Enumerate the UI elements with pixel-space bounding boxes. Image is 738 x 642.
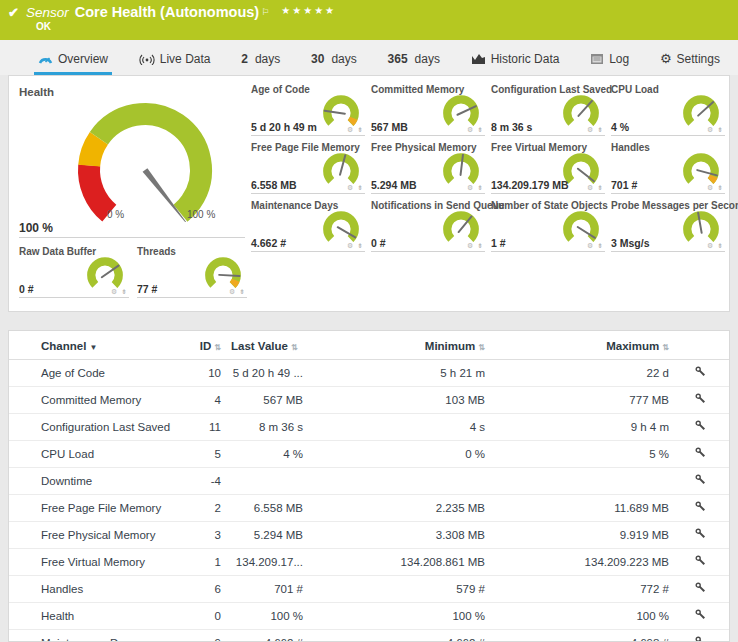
cell-minimum: 103 MB	[303, 387, 485, 414]
cell-channel[interactable]: CPU Load	[9, 441, 181, 468]
cell-maximum: 9 h 4 m	[485, 414, 669, 441]
wrench-icon[interactable]	[695, 556, 706, 568]
cell-channel[interactable]: Free Virtual Memory	[9, 549, 181, 576]
tile-free-physical-memory[interactable]: Free Physical Memory5.294 MB⚙ ⇟	[371, 142, 485, 194]
wrench-icon[interactable]	[695, 529, 706, 541]
channel-settings-button[interactable]	[669, 630, 730, 642]
column-header-settings	[669, 331, 730, 360]
tile-free-virtual-memory[interactable]: Free Virtual Memory134.209.179 MB⚙ ⇟	[491, 142, 605, 194]
gear-icon[interactable]: ⚙	[111, 288, 118, 295]
pin-icon[interactable]: ⇟	[717, 126, 724, 133]
pin-icon[interactable]: ⇟	[357, 242, 364, 249]
log-icon	[590, 53, 604, 65]
pin-icon[interactable]: ⇟	[239, 288, 246, 295]
gear-icon[interactable]: ⚙	[587, 242, 594, 249]
wrench-icon[interactable]	[695, 367, 706, 379]
priority-stars[interactable]: ★★★★★	[281, 5, 336, 16]
cell-channel[interactable]: Maintenance Days	[9, 630, 181, 642]
wrench-icon[interactable]	[695, 448, 706, 460]
flag-icon[interactable]: ⚐	[261, 7, 269, 17]
gear-icon[interactable]: ⚙	[467, 242, 474, 249]
tile-committed-memory[interactable]: Committed Memory567 MB⚙ ⇟	[371, 84, 485, 136]
wrench-icon[interactable]	[695, 610, 706, 622]
wrench-icon[interactable]	[695, 502, 706, 514]
tile-cpu-load[interactable]: CPU Load4 %⚙ ⇟	[611, 84, 725, 136]
tile-number-of-state-objects[interactable]: Number of State Objects1 #⚙ ⇟	[491, 200, 605, 252]
tile-notifications-in-send-queue[interactable]: Notifications in Send Queue0 #⚙ ⇟	[371, 200, 485, 252]
tab-overview[interactable]: Overview	[34, 47, 112, 75]
channel-settings-button[interactable]	[669, 414, 730, 441]
cell-channel[interactable]: Health	[9, 603, 181, 630]
cell-channel[interactable]: Handles	[9, 576, 181, 603]
tile-threads[interactable]: Threads77 #⚙ ⇟	[137, 246, 247, 298]
pin-icon[interactable]: ⇟	[477, 126, 484, 133]
tab-historic-data[interactable]: Historic Data	[467, 47, 564, 75]
tab-365-days[interactable]: 365days	[384, 47, 444, 75]
channel-settings-button[interactable]	[669, 549, 730, 576]
pin-icon[interactable]: ⇟	[717, 184, 724, 191]
channel-settings-button[interactable]	[669, 387, 730, 414]
pin-icon[interactable]: ⇟	[121, 288, 128, 295]
tile-handles[interactable]: Handles701 #⚙ ⇟	[611, 142, 725, 194]
tab-label: Live Data	[160, 52, 211, 66]
gear-icon[interactable]: ⚙	[587, 184, 594, 191]
tab-settings[interactable]: ⚙Settings	[656, 47, 724, 75]
tile-probe-messages-per-second[interactable]: Probe Messages per Second3 Msg/s⚙ ⇟	[611, 200, 725, 252]
channel-settings-button[interactable]	[669, 468, 730, 495]
pin-icon[interactable]: ⇟	[357, 184, 364, 191]
pin-icon[interactable]: ⇟	[477, 242, 484, 249]
channel-settings-button[interactable]	[669, 360, 730, 387]
wrench-icon[interactable]	[695, 475, 706, 487]
tile-raw-data-buffer[interactable]: Raw Data Buffer0 #⚙ ⇟	[19, 246, 129, 298]
column-header-minimum[interactable]: Minimum⇅	[303, 331, 485, 360]
wrench-icon[interactable]	[695, 394, 706, 406]
gear-icon[interactable]: ⚙	[347, 126, 354, 133]
channel-settings-button[interactable]	[669, 603, 730, 630]
channel-settings-button[interactable]	[669, 522, 730, 549]
gear-icon[interactable]: ⚙	[347, 184, 354, 191]
cell-channel[interactable]: Free Physical Memory	[9, 522, 181, 549]
cell-channel[interactable]: Committed Memory	[9, 387, 181, 414]
column-header-maximum[interactable]: Maximum⇅	[485, 331, 669, 360]
tab-2-days[interactable]: 2days	[237, 47, 284, 75]
pin-icon[interactable]: ⇟	[597, 184, 604, 191]
channel-settings-button[interactable]	[669, 495, 730, 522]
tile-maintenance-days[interactable]: Maintenance Days4.662 #⚙ ⇟	[251, 200, 365, 252]
gear-icon[interactable]: ⚙	[587, 126, 594, 133]
pin-icon[interactable]: ⇟	[597, 242, 604, 249]
cell-channel[interactable]: Downtime	[9, 468, 181, 495]
pin-icon[interactable]: ⇟	[597, 126, 604, 133]
wrench-icon[interactable]	[695, 637, 706, 642]
pin-icon[interactable]: ⇟	[477, 184, 484, 191]
column-header-last-value[interactable]: Last Value⇅	[221, 331, 303, 360]
gear-icon[interactable]: ⚙	[229, 288, 236, 295]
tab-log[interactable]: Log	[586, 47, 633, 75]
gear-icon[interactable]: ⚙	[467, 184, 474, 191]
gear-icon[interactable]: ⚙	[707, 126, 714, 133]
tile-free-page-file-memory[interactable]: Free Page File Memory6.558 MB⚙ ⇟	[251, 142, 365, 194]
gear-icon[interactable]: ⚙	[707, 184, 714, 191]
pin-icon[interactable]: ⇟	[357, 126, 364, 133]
channels-table: Channel▼ ID⇅ Last Value⇅ Minimum⇅ Maximu…	[9, 331, 730, 642]
tile-health[interactable]: Health x 0 % 100 % 100 %	[19, 84, 245, 238]
tile-configuration-last-saved[interactable]: Configuration Last Saved8 m 36 s⚙ ⇟	[491, 84, 605, 136]
cell-channel[interactable]: Age of Code	[9, 360, 181, 387]
tile-age-of-code[interactable]: Age of Code5 d 20 h 49 m⚙ ⇟	[251, 84, 365, 136]
channel-settings-button[interactable]	[669, 441, 730, 468]
wrench-icon[interactable]	[695, 583, 706, 595]
cell-channel[interactable]: Free Page File Memory	[9, 495, 181, 522]
pin-icon[interactable]: ⇟	[717, 242, 724, 249]
cell-minimum: 0 %	[303, 441, 485, 468]
wrench-icon[interactable]	[695, 421, 706, 433]
tile-value: 0 #	[19, 283, 34, 295]
column-header-id[interactable]: ID⇅	[181, 331, 221, 360]
gear-icon[interactable]: ⚙	[347, 242, 354, 249]
tab-30-days[interactable]: 30days	[307, 47, 361, 75]
cell-channel[interactable]: Configuration Last Saved	[9, 414, 181, 441]
column-header-channel[interactable]: Channel▼	[9, 331, 181, 360]
tab-live-data[interactable]: Live Data	[135, 47, 215, 75]
channel-settings-button[interactable]	[669, 576, 730, 603]
gear-icon[interactable]: ⚙	[707, 242, 714, 249]
tab-label: days	[255, 52, 280, 66]
gear-icon[interactable]: ⚙	[467, 126, 474, 133]
